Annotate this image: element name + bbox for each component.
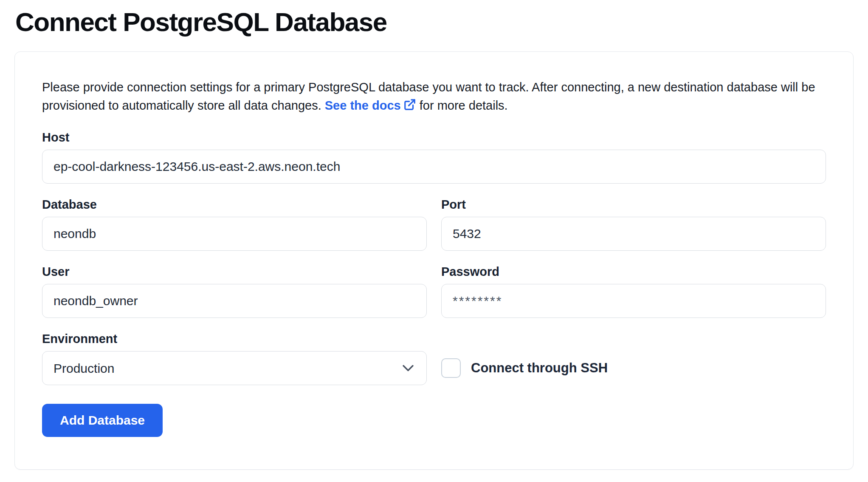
database-label: Database [42, 197, 427, 212]
page-title: Connect PostgreSQL Database [14, 0, 854, 37]
user-password-row: User Password [42, 264, 826, 318]
password-label: Password [441, 264, 826, 279]
port-input[interactable] [441, 217, 826, 251]
environment-label: Environment [42, 332, 427, 346]
user-label: User [42, 264, 427, 279]
ssh-checkbox-row[interactable]: Connect through SSH [441, 358, 608, 378]
database-input[interactable] [42, 217, 427, 251]
page: Connect PostgreSQL Database Please provi… [0, 0, 868, 470]
port-label: Port [441, 197, 826, 212]
password-input[interactable] [441, 284, 826, 318]
ssh-cell: Connect through SSH [441, 332, 826, 385]
database-port-row: Database Port [42, 197, 826, 251]
port-field-group: Port [441, 197, 826, 251]
ssh-checkbox-label: Connect through SSH [471, 360, 608, 376]
external-link-icon[interactable] [403, 98, 416, 111]
description-after-link: for more details. [420, 99, 508, 112]
user-input[interactable] [42, 284, 427, 318]
add-database-button[interactable]: Add Database [42, 404, 163, 437]
environment-field-group: Environment Production [42, 332, 427, 385]
user-field-group: User [42, 264, 427, 318]
environment-ssh-row: Environment Production Connect through S… [42, 332, 826, 385]
environment-select-wrap: Production [42, 351, 427, 385]
description-text: Please provide connection settings for a… [42, 78, 826, 115]
password-field-group: Password [441, 264, 826, 318]
ssh-checkbox[interactable] [441, 358, 461, 378]
environment-select[interactable]: Production [42, 351, 427, 385]
see-the-docs-link[interactable]: See the docs [325, 99, 416, 112]
host-field-group: Host [42, 130, 826, 184]
host-label: Host [42, 130, 826, 145]
host-input[interactable] [42, 150, 826, 184]
database-field-group: Database [42, 197, 427, 251]
connection-settings-card: Please provide connection settings for a… [14, 51, 854, 470]
